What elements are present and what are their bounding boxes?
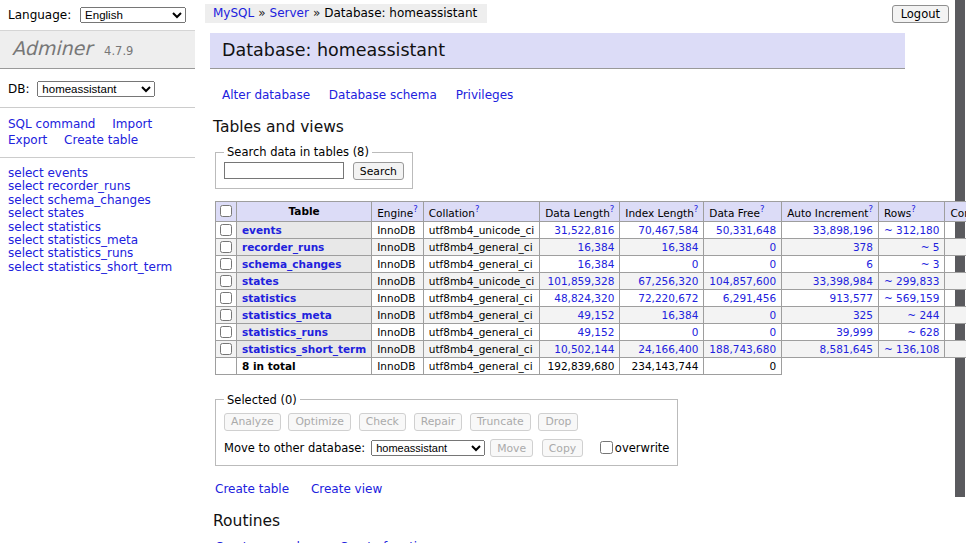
help-link[interactable]: ?: [911, 204, 916, 214]
auto-increment-link[interactable]: 33,398,984: [813, 275, 873, 287]
data-free-link[interactable]: 6,291,456: [723, 292, 776, 304]
move-copy-button[interactable]: Move: [490, 439, 533, 457]
auto-increment-link[interactable]: 6: [866, 258, 873, 270]
data-length-link[interactable]: 31,522,816: [554, 224, 614, 236]
table-name-link[interactable]: statistics_runs: [242, 326, 328, 338]
help-link[interactable]: ?: [694, 204, 699, 214]
breadcrumb-server-link[interactable]: Server: [270, 6, 309, 20]
index-length-link[interactable]: 0: [692, 258, 699, 270]
index-length-link[interactable]: 16,384: [662, 309, 699, 321]
selected-action-button[interactable]: Analyze: [224, 413, 281, 431]
select-table-link[interactable]: select states: [8, 206, 84, 220]
create-object-link[interactable]: Create view: [311, 482, 382, 496]
data-length-link[interactable]: 101,859,328: [548, 275, 615, 287]
select-table-link[interactable]: select statistics_runs: [8, 246, 133, 260]
row-checkbox[interactable]: [220, 275, 232, 287]
auto-increment-link[interactable]: 913,577: [830, 292, 873, 304]
auto-increment-link[interactable]: 378: [853, 241, 873, 253]
row-checkbox[interactable]: [220, 343, 232, 355]
data-length-link[interactable]: 16,384: [578, 241, 615, 253]
row-checkbox[interactable]: [220, 292, 232, 304]
overwrite-checkbox[interactable]: [600, 441, 613, 454]
help-link[interactable]: ?: [610, 204, 615, 214]
auto-increment-link[interactable]: 39,999: [836, 326, 873, 338]
data-length-link[interactable]: 48,824,320: [554, 292, 614, 304]
row-checkbox[interactable]: [220, 326, 232, 338]
breadcrumb-mysql-link[interactable]: MySQL: [213, 6, 254, 20]
selected-action-button[interactable]: Drop: [538, 413, 578, 431]
help-link[interactable]: ?: [475, 204, 480, 214]
db-select[interactable]: homeassistant: [37, 81, 155, 97]
select-table-link[interactable]: select statistics: [8, 220, 101, 234]
sidebar-action-link[interactable]: Create table: [64, 133, 138, 147]
index-length-link[interactable]: 70,467,584: [638, 224, 698, 236]
sidebar-table-link-item: select schema_changes: [8, 194, 187, 207]
index-length-link[interactable]: 16,384: [662, 241, 699, 253]
database-action-link[interactable]: Alter database: [222, 88, 310, 102]
rows-count-link[interactable]: ~ 244: [907, 309, 939, 321]
selected-action-button[interactable]: Truncate: [470, 413, 531, 431]
rows-count-link[interactable]: ~ 299,833: [884, 275, 940, 287]
data-free-link[interactable]: 0: [769, 241, 776, 253]
data-length-link[interactable]: 10,502,144: [554, 343, 614, 355]
sidebar-action-link[interactable]: Export: [8, 133, 47, 147]
data-length-link[interactable]: 49,152: [578, 326, 615, 338]
data-length-link[interactable]: 16,384: [578, 258, 615, 270]
auto-increment-link[interactable]: 325: [853, 309, 873, 321]
auto-increment-link[interactable]: 8,581,645: [819, 343, 872, 355]
table-name-link[interactable]: recorder_runs: [242, 241, 324, 253]
data-free-link[interactable]: 50,331,648: [716, 224, 776, 236]
select-table-link[interactable]: select statistics_short_term: [8, 260, 172, 274]
rows-count-link[interactable]: ~ 628: [907, 326, 939, 338]
language-select[interactable]: English: [80, 7, 186, 23]
table-name-link[interactable]: statistics_meta: [242, 309, 332, 321]
table-name-link[interactable]: events: [242, 224, 282, 236]
data-free-link[interactable]: 104,857,600: [709, 275, 776, 287]
row-checkbox[interactable]: [220, 309, 232, 321]
select-table-link[interactable]: select recorder_runs: [8, 179, 131, 193]
database-action-link[interactable]: Privileges: [456, 88, 514, 102]
rows-count-link[interactable]: ~ 3: [921, 258, 940, 270]
selected-action-button[interactable]: Check: [359, 413, 406, 431]
help-link[interactable]: ?: [413, 204, 418, 214]
rows-count-link[interactable]: ~ 312,180: [884, 224, 940, 236]
row-checkbox[interactable]: [220, 258, 232, 270]
main-content: MySQL»Server»Database: homeassistant Dat…: [205, 0, 953, 543]
auto-increment-link[interactable]: 33,898,196: [813, 224, 873, 236]
select-all-checkbox[interactable]: [220, 205, 232, 217]
search-button[interactable]: Search: [353, 162, 404, 180]
database-action-link[interactable]: Database schema: [329, 88, 437, 102]
data-length-link[interactable]: 49,152: [578, 309, 615, 321]
data-free-link[interactable]: 0: [769, 326, 776, 338]
data-free-link[interactable]: 0: [769, 309, 776, 321]
select-table-link[interactable]: select events: [8, 166, 88, 180]
select-table-link[interactable]: select schema_changes: [8, 193, 151, 207]
index-length-link[interactable]: 0: [692, 326, 699, 338]
table-name-link[interactable]: statistics: [242, 292, 296, 304]
search-input[interactable]: [224, 162, 344, 179]
row-checkbox[interactable]: [220, 224, 232, 236]
index-length-link[interactable]: 72,220,672: [638, 292, 698, 304]
create-object-link[interactable]: Create table: [215, 482, 289, 496]
sidebar-action-link[interactable]: Import: [112, 117, 152, 131]
table-name-link[interactable]: statistics_short_term: [242, 343, 366, 355]
sidebar-table-link-item: select recorder_runs: [8, 180, 187, 193]
table-name-link[interactable]: states: [242, 275, 279, 287]
move-database-select[interactable]: homeassistant: [371, 440, 485, 456]
data-free-link[interactable]: 188,743,680: [709, 343, 776, 355]
move-copy-button[interactable]: Copy: [542, 439, 583, 457]
data-free-link[interactable]: 0: [769, 258, 776, 270]
rows-count-link[interactable]: ~ 136,108: [884, 343, 940, 355]
rows-count-link[interactable]: ~ 569,159: [884, 292, 940, 304]
select-table-link[interactable]: select statistics_meta: [8, 233, 138, 247]
selected-action-button[interactable]: Optimize: [288, 413, 350, 431]
index-length-link[interactable]: 24,166,400: [638, 343, 698, 355]
index-length-link[interactable]: 67,256,320: [638, 275, 698, 287]
row-checkbox[interactable]: [220, 241, 232, 253]
selected-action-button[interactable]: Repair: [414, 413, 463, 431]
sidebar-action-link[interactable]: SQL command: [8, 117, 95, 131]
help-link[interactable]: ?: [760, 204, 765, 214]
table-name-link[interactable]: schema_changes: [242, 258, 342, 270]
rows-count-link[interactable]: ~ 5: [921, 241, 940, 253]
help-link[interactable]: ?: [868, 204, 873, 214]
